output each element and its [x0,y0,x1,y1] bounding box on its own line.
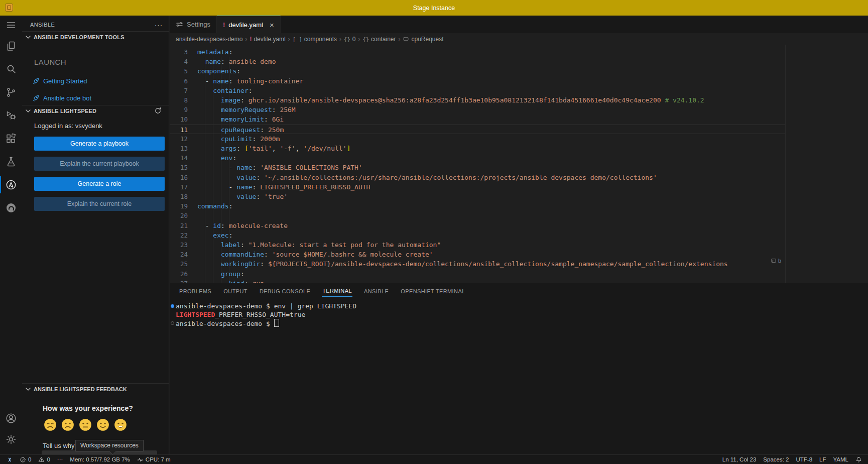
panel-tab-bar: PROBLEMSOUTPUTDEBUG CONSOLETERMINALANSIB… [170,283,868,298]
link-getting-started[interactable]: Getting Started [32,75,164,87]
status-errors[interactable]: 0 [20,456,31,463]
code-line: 25 workingDir: ${PROJECTS_ROOT}/ansible-… [170,259,785,269]
status-eol[interactable]: LF [819,456,826,462]
status-cpu[interactable]: CPU: 7 m [137,456,171,463]
code-line: 27 kind: run [170,279,785,283]
breadcrumb-components[interactable]: [ ]components [293,36,337,43]
generate-a-playbook-button[interactable]: Generate a playbook [34,137,165,151]
launch-heading: LAUNCH [34,58,66,66]
rocket-icon [32,94,40,102]
breadcrumb-container[interactable]: {}container [362,36,396,43]
emoji-neutral[interactable] [79,418,92,431]
breadcrumb-cpurequest[interactable]: cpuRequest [403,36,443,43]
code-line: 4 name: ansible-demo [170,57,785,66]
status-language-mode[interactable]: YAML [833,456,848,462]
line-number: 21 [170,221,188,230]
terminal[interactable]: ansible-devspaces-demo $ env | grep LIGH… [170,298,868,455]
status-encoding[interactable]: UTF-8 [796,456,813,462]
terminal-line: LIGHTSPEED_PREFER_RHSSO_AUTH=true [170,310,868,319]
code-line: 26 group: [170,269,785,279]
status-more-actions[interactable]: ··· [57,456,63,462]
emoji-happy[interactable] [96,418,109,431]
activity-testing[interactable] [0,150,22,173]
code-line: 17 - name: LIGHTSPEED_PREFER_RHSSO_AUTH [170,182,785,192]
close-icon[interactable]: × [270,21,274,29]
line-text: cpuRequest: 250m [197,125,284,135]
activity-openshift[interactable] [0,196,22,219]
symbol-object-icon: {} [362,36,369,42]
app-icon[interactable] [5,4,13,12]
activity-accounts[interactable] [0,409,22,428]
activity-search[interactable] [0,58,22,81]
code-line: 6 - name: tooling-container [170,76,785,86]
panel-tab-problems[interactable]: PROBLEMS [179,285,212,297]
sidebar-header: ANSIBLE ··· [22,19,169,31]
activity-explorer[interactable] [0,35,22,58]
code-editor[interactable]: b 3metadata:4 name: ansible-demo5compone… [170,45,868,283]
code-line: 8 image: ghcr.io/ansible/ansible-devspac… [170,95,785,105]
feedback-question: How was your experience? [43,404,133,412]
explain-the-current-role-button[interactable]: Explain the current role [34,197,165,211]
activity-settings[interactable] [0,428,22,451]
section-dev-tools[interactable]: ANSIBLE DEVELOPMENT TOOLS [22,31,169,42]
panel-tab-openshift-terminal[interactable]: OPENSHIFT TERMINAL [400,285,465,297]
remote-indicator-icon [6,456,13,463]
line-number: 23 [170,240,188,250]
activity-run-and-debug[interactable] [0,104,22,127]
activity-menu[interactable] [0,16,22,35]
breadcrumb-label: components [304,36,337,43]
line-text: image: ghcr.io/ansible/ansible-devspaces… [197,95,704,105]
emoji-sad[interactable] [61,418,74,431]
status-remote-indicator[interactable] [6,456,13,463]
symbol-array-icon: [ ] [293,36,302,42]
line-number: 19 [170,201,188,211]
tab-bar: Settings!devfile.yaml× [170,16,868,33]
emoji-very-sad[interactable] [44,418,57,431]
breadcrumb: ansible-devspaces-demo›!devfile.yaml›[ ]… [170,33,868,45]
status-memory[interactable]: Mem: 0.57/7.92 GB 7% [70,456,130,462]
panel-tab-output[interactable]: OUTPUT [223,285,248,297]
status-indentation-text: Spaces: 2 [763,456,789,462]
line-text: container: [197,86,253,95]
status-cursor-position[interactable]: Ln 11, Col 23 [722,456,757,462]
emoji-very-happy[interactable] [114,418,127,431]
line-text: group: [197,269,244,279]
breadcrumb-ansible-devspaces-demo[interactable]: ansible-devspaces-demo [176,36,242,43]
section-lightspeed[interactable]: ANSIBLE LIGHTSPEED [22,105,169,116]
panel-tab-debug-console[interactable]: DEBUG CONSOLE [259,285,311,297]
code-line: 9 memoryRequest: 256M [170,105,785,114]
section-feedback[interactable]: ANSIBLE LIGHTSPEED FEEDBACK [24,385,127,393]
code-line: 24 commandLine: 'source $HOME/.bashrc &&… [170,250,785,259]
status-notifications[interactable] [855,456,862,463]
status-warnings[interactable]: 0 [38,456,50,463]
refresh-icon[interactable] [154,107,162,114]
status-right: Ln 11, Col 23Spaces: 2UTF-8LFYAML [716,456,868,463]
tab-devfile-yaml[interactable]: !devfile.yaml× [217,16,281,33]
link-ansible-code-bot[interactable]: Ansible code bot [32,92,164,104]
code-line: 22 exec: [170,230,785,240]
activity-extensions[interactable] [0,127,22,150]
panel-tab-ansible[interactable]: ANSIBLE [363,285,389,297]
code-line: 21 - id: molecule-create [170,221,785,230]
activity-source-control[interactable] [0,81,22,104]
status-indentation[interactable]: Spaces: 2 [763,456,789,462]
breadcrumb-separator: › [398,36,400,43]
title-bar: Stage Instance [0,0,868,16]
explain-the-current-playbook-button[interactable]: Explain the current playbook [34,157,165,171]
status-language-mode-text: YAML [833,456,848,462]
breadcrumb-0[interactable]: {}0 [344,36,355,43]
tab-settings[interactable]: Settings [170,16,217,33]
generate-a-role-button[interactable]: Generate a role [34,177,165,191]
line-number: 3 [170,47,188,57]
line-number: 4 [170,57,188,66]
menu-icon [5,19,17,31]
more-actions-icon[interactable]: ··· [155,21,163,29]
breadcrumb-devfile-yaml[interactable]: !devfile.yaml [250,36,285,43]
chevron-down-icon [24,107,32,115]
line-number: 20 [170,211,188,220]
line-text: memoryLimit: 6Gi [197,114,284,124]
emoji-row [44,418,127,431]
status-memory-text: Mem: 0.57/7.92 GB 7% [70,456,130,462]
activity-ansible[interactable] [0,173,22,196]
panel-tab-terminal[interactable]: TERMINAL [322,285,352,297]
